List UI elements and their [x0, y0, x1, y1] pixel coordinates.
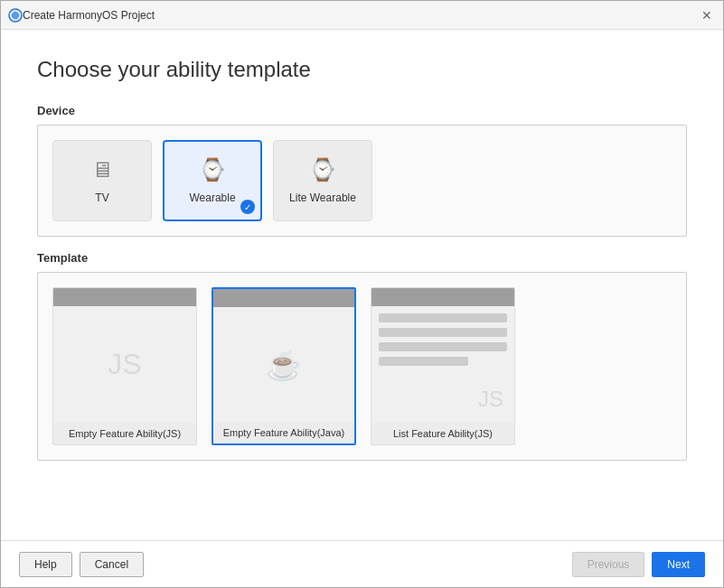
- template-body-2: ☕: [213, 307, 354, 422]
- template-body-3: JS: [371, 306, 514, 423]
- list-line-1: [379, 313, 507, 322]
- template-preview-empty-js: JS: [53, 288, 196, 423]
- template-section-box: JS Empty Feature Ability(JS) ☕: [37, 272, 687, 461]
- device-card-lite-wearable[interactable]: ⌚ Lite Wearable: [273, 140, 372, 221]
- footer-left: Help Cancel: [19, 552, 144, 577]
- titlebar: Create HarmonyOS Project ✕: [1, 1, 723, 30]
- tv-label: TV: [95, 191, 108, 204]
- template-body-1: JS: [53, 306, 196, 423]
- template-topbar-2: [213, 289, 354, 307]
- template-card-label-empty-js: Empty Feature Ability(JS): [53, 423, 196, 444]
- previous-button[interactable]: Previous: [572, 552, 645, 577]
- template-topbar-1: [53, 288, 196, 306]
- device-card-tv[interactable]: 🖥 TV: [52, 140, 152, 221]
- list-js-icon: JS: [478, 387, 503, 412]
- selected-check-icon: ✓: [240, 200, 255, 214]
- js-icon: JS: [108, 348, 141, 381]
- list-line-2: [379, 328, 507, 337]
- lite-wearable-icon: ⌚: [309, 157, 336, 182]
- wearable-label: Wearable: [189, 191, 235, 204]
- tv-icon: 🖥: [91, 157, 113, 182]
- cancel-button[interactable]: Cancel: [80, 552, 144, 577]
- close-button[interactable]: ✕: [698, 6, 716, 24]
- template-card-list-js[interactable]: JS List Feature Ability(JS): [371, 287, 515, 445]
- template-section: Template JS Empty Feature Ability(JS): [37, 251, 687, 475]
- template-card-label-list-js: List Feature Ability(JS): [371, 423, 514, 444]
- list-lines: [371, 306, 514, 373]
- lite-wearable-label: Lite Wearable: [289, 191, 356, 204]
- device-grid: 🖥 TV ⌚ Wearable ✓ ⌚ Lite Wearable: [52, 140, 672, 221]
- template-grid: JS Empty Feature Ability(JS) ☕: [52, 287, 672, 445]
- template-topbar-3: [371, 288, 514, 306]
- page-title: Choose your ability template: [37, 57, 687, 82]
- device-label: Device: [37, 104, 687, 117]
- template-card-empty-java[interactable]: ☕ Empty Feature Ability(Java): [212, 287, 356, 445]
- app-logo: [8, 8, 23, 23]
- footer: Help Cancel Previous Next: [1, 540, 723, 587]
- wearable-icon: ⌚: [199, 157, 226, 182]
- java-icon: ☕: [266, 348, 302, 382]
- device-card-wearable[interactable]: ⌚ Wearable ✓: [163, 140, 262, 221]
- main-window: Create HarmonyOS Project ✕ Choose your a…: [0, 0, 724, 588]
- window-title: Create HarmonyOS Project: [23, 9, 698, 22]
- template-preview-list-js: JS: [371, 288, 514, 423]
- device-section: Device 🖥 TV ⌚ Wearable ✓ ⌚ Lite Wearable: [37, 104, 687, 251]
- template-preview-empty-java: ☕: [213, 289, 354, 422]
- list-line-3: [379, 342, 507, 351]
- template-label: Template: [37, 251, 687, 265]
- device-section-box: 🖥 TV ⌚ Wearable ✓ ⌚ Lite Wearable: [37, 125, 687, 237]
- list-line-4: [379, 357, 468, 366]
- template-card-empty-js[interactable]: JS Empty Feature Ability(JS): [52, 287, 197, 445]
- footer-right: Previous Next: [572, 552, 705, 577]
- main-content: Choose your ability template Device 🖥 TV…: [1, 30, 723, 540]
- template-card-label-empty-java: Empty Feature Ability(Java): [213, 422, 354, 443]
- next-button[interactable]: Next: [652, 552, 705, 577]
- help-button[interactable]: Help: [19, 552, 72, 577]
